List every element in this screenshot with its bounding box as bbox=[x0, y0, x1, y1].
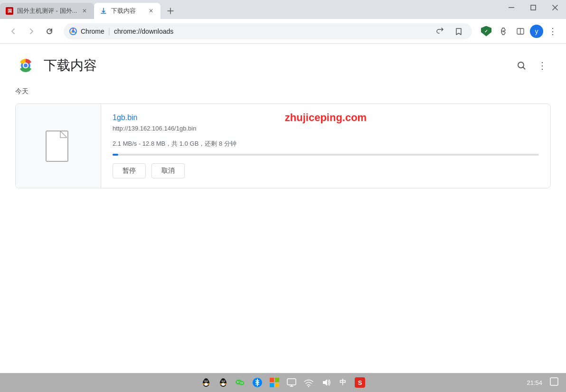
profile-letter: y bbox=[535, 28, 538, 35]
browser-menu-icon[interactable]: ⋮ bbox=[545, 24, 560, 39]
forward-button[interactable] bbox=[24, 24, 39, 39]
wechat-icon[interactable] bbox=[234, 376, 247, 389]
volume-icon[interactable] bbox=[319, 376, 332, 389]
svg-rect-47 bbox=[550, 378, 558, 385]
tab-title-1: 国外主机测评 - 国外... bbox=[17, 7, 77, 15]
sogou-icon[interactable]: S bbox=[353, 376, 367, 389]
qq-icon-2[interactable] bbox=[217, 376, 230, 389]
page-search-icon[interactable] bbox=[513, 57, 530, 74]
svg-rect-41 bbox=[270, 378, 274, 382]
profile-avatar[interactable]: y bbox=[530, 25, 543, 38]
tab-close-2[interactable]: ✕ bbox=[147, 7, 155, 15]
svg-point-29 bbox=[221, 383, 225, 386]
svg-rect-42 bbox=[275, 378, 279, 382]
title-bar: 国 国外主机测评 - 国外... ✕ 下载内容 ✕ bbox=[0, 0, 566, 19]
minimize-button[interactable] bbox=[500, 0, 522, 15]
maximize-button[interactable] bbox=[522, 0, 544, 15]
bookmark-icon[interactable] bbox=[451, 24, 466, 39]
tab-favicon-2 bbox=[100, 7, 107, 15]
download-card: zhujiceping.com 1gb.bin http://139.162.1… bbox=[15, 103, 551, 188]
svg-point-18 bbox=[207, 381, 207, 381]
svg-rect-43 bbox=[270, 383, 274, 387]
extensions-icon[interactable] bbox=[496, 24, 511, 39]
svg-point-17 bbox=[205, 381, 205, 381]
page-header-left: 下载内容 bbox=[15, 55, 97, 76]
taskbar-icons: 中 S bbox=[199, 376, 367, 389]
chrome-logo-large bbox=[15, 55, 36, 76]
shield-icon[interactable]: ✓ bbox=[479, 24, 494, 39]
cancel-button[interactable]: 取消 bbox=[151, 163, 185, 178]
qq-icon-1[interactable] bbox=[199, 376, 213, 389]
svg-rect-0 bbox=[509, 7, 514, 8]
wifi-icon[interactable] bbox=[302, 376, 315, 389]
svg-point-34 bbox=[237, 382, 238, 383]
toolbar-actions: ✓ y ⋮ bbox=[479, 24, 560, 39]
url-text: chrome://downloads bbox=[114, 28, 173, 35]
page-header: 下载内容 ⋮ bbox=[0, 44, 566, 84]
svg-point-3 bbox=[72, 30, 75, 33]
apps-icon[interactable] bbox=[268, 376, 281, 389]
svg-point-46 bbox=[308, 386, 309, 387]
page-menu-icon[interactable]: ⋮ bbox=[534, 57, 551, 74]
tab-title-2: 下载内容 bbox=[111, 7, 143, 15]
input-method-icon[interactable]: 中 bbox=[336, 376, 349, 389]
pause-button[interactable]: 暂停 bbox=[113, 163, 146, 178]
new-tab-button[interactable] bbox=[162, 3, 179, 19]
svg-point-37 bbox=[241, 383, 242, 383]
watermark: zhujiceping.com bbox=[285, 112, 367, 124]
tab-active-2[interactable]: 下载内容 ✕ bbox=[94, 3, 160, 19]
toolbar: Chrome | chrome://downloads ✓ y bbox=[0, 19, 566, 44]
svg-point-19 bbox=[204, 383, 208, 386]
page-header-actions: ⋮ bbox=[513, 57, 551, 74]
download-info: zhujiceping.com 1gb.bin http://139.162.1… bbox=[101, 104, 550, 188]
download-actions: 暂停 取消 bbox=[113, 163, 539, 178]
progress-bar-fill bbox=[113, 154, 118, 156]
chrome-icon bbox=[69, 28, 77, 35]
chrome-brand-text: Chrome bbox=[81, 28, 104, 35]
taskbar-time: 21:54 bbox=[527, 379, 542, 386]
reload-button[interactable] bbox=[42, 24, 57, 39]
taskbar: 中 S 21:54 bbox=[0, 373, 566, 392]
address-separator: | bbox=[108, 27, 110, 36]
svg-point-36 bbox=[239, 381, 245, 385]
split-view-icon[interactable] bbox=[513, 24, 528, 39]
svg-rect-45 bbox=[287, 379, 296, 385]
page-title: 下载内容 bbox=[44, 56, 97, 75]
svg-point-20 bbox=[206, 382, 207, 383]
svg-point-30 bbox=[223, 382, 224, 383]
svg-point-28 bbox=[224, 381, 224, 381]
section-label: 今天 bbox=[0, 84, 566, 100]
svg-point-10 bbox=[24, 64, 28, 67]
svg-rect-1 bbox=[531, 5, 536, 10]
download-url: http://139.162.106.146/1gb.bin bbox=[113, 125, 539, 132]
display-icon[interactable] bbox=[285, 376, 298, 389]
back-button[interactable] bbox=[6, 24, 21, 39]
file-icon bbox=[45, 130, 72, 162]
tab-close-1[interactable]: ✕ bbox=[81, 7, 88, 15]
close-button[interactable] bbox=[544, 0, 566, 15]
taskbar-notify-icon[interactable] bbox=[550, 377, 558, 388]
tab-favicon-1: 国 bbox=[6, 7, 13, 15]
svg-rect-44 bbox=[275, 383, 279, 387]
svg-point-38 bbox=[242, 383, 243, 383]
tab-inactive-1[interactable]: 国 国外主机测评 - 国外... ✕ bbox=[0, 3, 94, 19]
share-icon[interactable] bbox=[432, 24, 447, 39]
download-thumbnail bbox=[16, 104, 101, 188]
window-controls bbox=[500, 0, 566, 15]
svg-point-27 bbox=[222, 381, 222, 381]
bluetooth-icon[interactable] bbox=[251, 376, 264, 389]
download-speed: 2.1 MB/s - 12.8 MB，共 1.0 GB，还剩 8 分钟 bbox=[113, 140, 539, 148]
progress-bar-container bbox=[113, 154, 539, 156]
page-content: 下载内容 ⋮ 今天 zhujiceping.com 1gb.bin bbox=[0, 44, 566, 373]
address-bar[interactable]: Chrome | chrome://downloads bbox=[64, 23, 472, 39]
